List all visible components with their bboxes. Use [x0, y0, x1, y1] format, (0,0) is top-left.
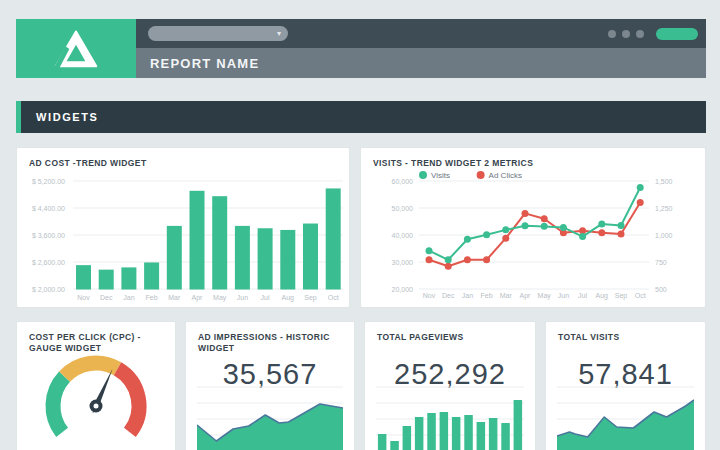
svg-text:Feb: Feb — [146, 294, 158, 301]
menu-dot — [608, 30, 616, 38]
svg-text:$ 3,600.00: $ 3,600.00 — [32, 232, 65, 239]
svg-text:Jul: Jul — [261, 294, 270, 301]
widgets-section-header: WIDGETS — [16, 101, 706, 133]
dashboard: ▾ REPORT NAME WIDGETS AD COST -TREND WID… — [16, 19, 706, 450]
svg-text:Nov: Nov — [423, 292, 436, 299]
svg-text:May: May — [538, 292, 552, 300]
svg-text:Sep: Sep — [304, 294, 317, 302]
top-navbar: ▾ REPORT NAME — [16, 19, 706, 78]
cpc-gauge-chart: $3.76 — [28, 350, 164, 450]
svg-text:60,000: 60,000 — [392, 178, 414, 185]
report-title: REPORT NAME — [136, 56, 259, 71]
svg-text:Sep: Sep — [615, 292, 628, 300]
widget-ad-cost-trend[interactable]: AD COST -TREND WIDGET $ 5,200.00$ 4,400.… — [16, 147, 350, 308]
visits-line-chart: 60,0001,50050,0001,25040,0001,00030,0007… — [361, 169, 707, 307]
widget-total-pageviews[interactable]: TOTAL PAGEVIEWS 252,292 — [364, 321, 536, 450]
report-header-bar: REPORT NAME — [136, 48, 706, 78]
svg-text:May: May — [213, 294, 227, 302]
svg-text:50,000: 50,000 — [392, 205, 414, 212]
widgets-row-2: COST PER CLICK (CPC) - GAUGE WIDGET $3.7… — [16, 321, 706, 450]
svg-text:Jun: Jun — [558, 292, 569, 299]
svg-text:Jul: Jul — [578, 292, 587, 299]
svg-text:Jan: Jan — [123, 294, 134, 301]
pageviews-bar-chart — [376, 385, 524, 450]
svg-text:Mar: Mar — [168, 294, 181, 301]
widget-title: TOTAL PAGEVIEWS — [365, 322, 535, 343]
svg-text:$ 2,600.00: $ 2,600.00 — [32, 259, 65, 266]
widget-total-visits[interactable]: TOTAL VISITS 57,841 — [545, 321, 706, 450]
svg-text:40,000: 40,000 — [392, 232, 414, 239]
svg-text:Ad Clicks: Ad Clicks — [489, 171, 522, 180]
svg-text:Aug: Aug — [596, 292, 609, 300]
widget-visits-trend[interactable]: VISITS - TREND WIDGET 2 METRICS 60,0001,… — [360, 147, 706, 308]
svg-text:30,000: 30,000 — [392, 259, 414, 266]
svg-text:Apr: Apr — [192, 294, 204, 302]
widget-cpc-gauge[interactable]: COST PER CLICK (CPC) - GAUGE WIDGET $3.7… — [16, 321, 176, 450]
svg-text:20,000: 20,000 — [392, 286, 414, 293]
svg-text:750: 750 — [655, 259, 667, 266]
widget-ad-impressions[interactable]: AD IMPRESSIONS - HISTORIC WIDGET 35,567 — [185, 321, 355, 450]
menu-dots — [608, 30, 644, 38]
svg-text:Oct: Oct — [635, 292, 646, 299]
widgets-row-1: AD COST -TREND WIDGET $ 5,200.00$ 4,400.… — [16, 147, 706, 308]
navbar-actions — [608, 28, 698, 40]
menu-dot — [622, 30, 630, 38]
svg-text:1,000: 1,000 — [655, 232, 673, 239]
svg-text:Oct: Oct — [328, 294, 339, 301]
svg-text:Dec: Dec — [100, 294, 113, 301]
menu-dot — [636, 30, 644, 38]
chevron-down-icon: ▾ — [277, 28, 281, 39]
svg-text:Jan: Jan — [462, 292, 473, 299]
svg-text:Visits: Visits — [431, 171, 450, 180]
widget-title: TOTAL VISITS — [546, 322, 705, 343]
svg-text:$ 4,400.00: $ 4,400.00 — [32, 205, 65, 212]
visits-area-chart — [557, 385, 694, 450]
primary-action-button[interactable] — [656, 28, 698, 40]
drive-triangle-icon — [53, 29, 99, 69]
svg-text:Nov: Nov — [77, 294, 90, 301]
app-logo[interactable] — [16, 19, 136, 78]
svg-text:Mar: Mar — [500, 292, 513, 299]
svg-text:1,500: 1,500 — [655, 178, 673, 185]
widget-title: VISITS - TREND WIDGET 2 METRICS — [361, 148, 705, 169]
navbar-top-row: ▾ — [136, 19, 706, 48]
svg-text:$ 5,200.00: $ 5,200.00 — [32, 178, 65, 185]
svg-text:1,250: 1,250 — [655, 205, 673, 212]
widget-title: AD IMPRESSIONS - HISTORIC WIDGET — [186, 322, 354, 354]
svg-text:Aug: Aug — [282, 294, 295, 302]
widget-title: AD COST -TREND WIDGET — [17, 148, 349, 169]
svg-text:Dec: Dec — [442, 292, 455, 299]
svg-text:$ 2,000.00: $ 2,000.00 — [32, 286, 65, 293]
svg-text:Apr: Apr — [520, 292, 532, 300]
section-title: WIDGETS — [21, 111, 99, 123]
svg-text:Feb: Feb — [481, 292, 493, 299]
svg-text:Jun: Jun — [237, 294, 248, 301]
ad-cost-bar-chart: $ 5,200.00$ 4,400.00$ 3,600.00$ 2,600.00… — [21, 169, 347, 307]
svg-text:500: 500 — [655, 286, 667, 293]
impressions-area-chart — [197, 385, 343, 450]
report-selector-dropdown[interactable]: ▾ — [148, 26, 288, 41]
